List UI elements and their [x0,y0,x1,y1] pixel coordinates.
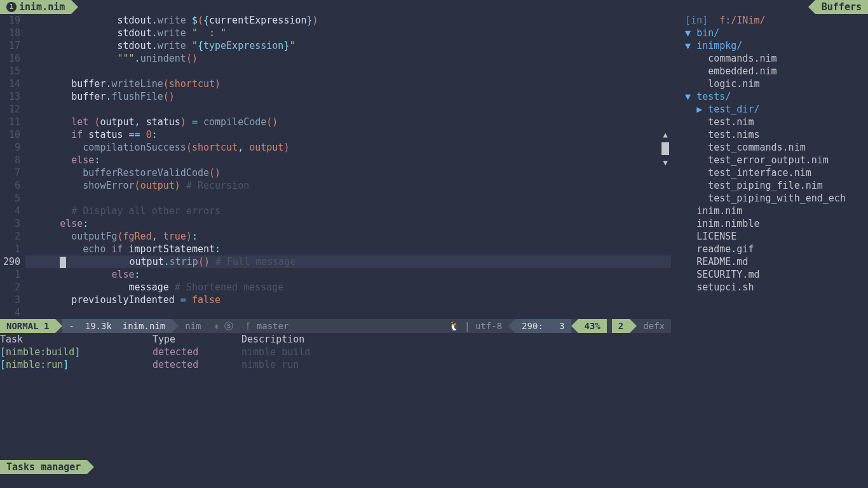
tree-file[interactable]: test_commands.nim [674,141,868,154]
col-task-header: Task [0,333,153,346]
window-number-2: 2 [612,319,630,333]
code-line [25,306,671,319]
tree-file[interactable]: test.nim [674,116,868,128]
tree-dir[interactable]: ▼ tests/ [674,90,868,103]
tree-dir[interactable]: ▼ bin/ [674,27,868,39]
code-line: compilationSuccess(shortcut, output) [25,141,671,154]
filetype: nim [179,319,207,333]
tree-file[interactable]: test.nims [674,128,868,141]
code-line [25,65,671,78]
code-line: else: [25,217,671,230]
line-number: 2 [0,230,20,243]
line-number: 9 [0,141,20,154]
line-number: 11 [0,116,20,128]
code-line: showError(output) # Recursion [25,179,671,192]
line-number: 290 [0,255,20,268]
line-number: 5 [0,192,20,205]
tree-file[interactable]: inim.nim [674,205,868,217]
tree-dir[interactable]: ▶ test_dir/ [674,103,868,116]
code-line: # Display all other errors [25,205,671,217]
tree-file[interactable]: README.md [674,255,868,268]
tasks-panel: Task Type Description [nimble:build]dete… [0,333,671,460]
line-number: 15 [0,65,20,78]
encoding: 🐧 | utf-8 [442,319,508,333]
code-line: outputFg(fgRed, true): [25,230,671,243]
line-number: 4 [0,205,20,217]
line-number: 1 [0,268,20,281]
code-line: echo if importStatement: [25,243,671,255]
code-content[interactable]: stdout.write $({currentExpression}) stdo… [25,14,671,319]
tab-current[interactable]: 1 inim.nim [0,0,71,14]
tree-file[interactable]: readme.gif [674,243,868,255]
line-number: 17 [0,39,20,52]
scroll-up-icon[interactable]: ▲ [660,128,671,141]
code-line: buffer.flushFile() [25,90,671,103]
cursor [60,257,66,268]
code-line: """.unindent() [25,52,671,65]
tree-file[interactable]: LICENSE [674,230,868,243]
code-line: let (output, status) = compileCode() [25,116,671,128]
line-number: 12 [0,103,20,116]
tab-number: 1 [6,2,17,12]
tree-file[interactable]: setupci.sh [674,281,868,294]
tree-file[interactable]: test_interface.nim [674,166,868,179]
file-info: - 19.3k inim.nim [62,319,172,333]
scroll-down-icon[interactable]: ▼ [660,156,671,169]
code-line: bufferRestoreValidCode() [25,166,671,179]
tasks-manager-tab[interactable]: Tasks manager [0,460,87,474]
os-icon: 🐧 [449,320,459,332]
branch-icon: ᚶ [246,320,251,332]
code-line: output.strip() # Full message [25,255,671,268]
tree-file[interactable]: test_piping_file.nim [674,179,868,192]
scroll-thumb[interactable] [661,142,669,155]
line-number: 18 [0,27,20,39]
line-number: 2 [0,281,20,294]
scrollbar[interactable]: ▲ ▼ [660,128,671,169]
col-type-header: Type [153,333,241,346]
file-tree-pane[interactable]: [in] f:/INim/ ▼ bin/ ▼ inimpkg/ commands… [671,14,868,488]
tree-file[interactable]: embedded.nim [674,65,868,78]
tabline: 1 inim.nim Buffers [0,0,868,14]
task-row[interactable]: [nimble:run]detectednimble run [0,358,671,371]
code-line [25,192,671,205]
code-line: stdout.write $({currentExpression}) [25,14,671,27]
line-number-gutter: 191817161514131211109876543212901234 [0,14,25,319]
scroll-percent: 43% [578,319,607,333]
tasks-table: Task Type Description [nimble:build]dete… [0,333,671,371]
cursor-position: 290: 3 [515,319,571,333]
tree-file[interactable]: commands.nim [674,52,868,65]
line-number: 13 [0,90,20,103]
line-number: 6 [0,179,20,192]
col-desc-header: Description [241,333,671,346]
task-row[interactable]: [nimble:build]detectednimble build [0,346,671,358]
statusline-editor: NORMAL 1 - 19.3k inim.nim nim ✳ ⓢ ᚶ mast… [0,319,671,333]
tree-file[interactable]: SECURITY.md [674,268,868,281]
tree-file[interactable]: inim.nimble [674,217,868,230]
line-number: 3 [0,217,20,230]
code-line: buffer.writeLine(shortcut) [25,78,671,90]
line-number: 16 [0,52,20,65]
code-line: stdout.write "{typeExpression}" [25,39,671,52]
line-number: 4 [0,306,20,319]
tree-dir[interactable]: ▼ inimpkg/ [674,39,868,52]
buffers-tab[interactable]: Buffers [815,0,868,14]
tree-file[interactable]: test_error_output.nim [674,154,868,166]
tree-file[interactable]: logic.nim [674,78,868,90]
line-number: 19 [0,14,20,27]
code-line [25,103,671,116]
code-line: message # Shortened message [25,281,671,294]
line-number: 1 [0,243,20,255]
tab-label: inim.nim [19,1,65,13]
code-line: previouslyIndented = false [25,294,671,306]
line-number: 7 [0,166,20,179]
editor-pane[interactable]: 191817161514131211109876543212901234 std… [0,14,671,488]
code-line: if status == 0: [25,128,671,141]
line-number: 3 [0,294,20,306]
line-number: 14 [0,78,20,90]
code-line: else: [25,268,671,281]
buffer-name-2: defx [637,319,671,333]
mode-indicator: NORMAL 1 [0,319,55,333]
code-line: else: [25,154,671,166]
tree-root[interactable]: [in] f:/INim/ [674,14,868,27]
tree-file[interactable]: test_piping_with_end_ech [674,192,868,205]
